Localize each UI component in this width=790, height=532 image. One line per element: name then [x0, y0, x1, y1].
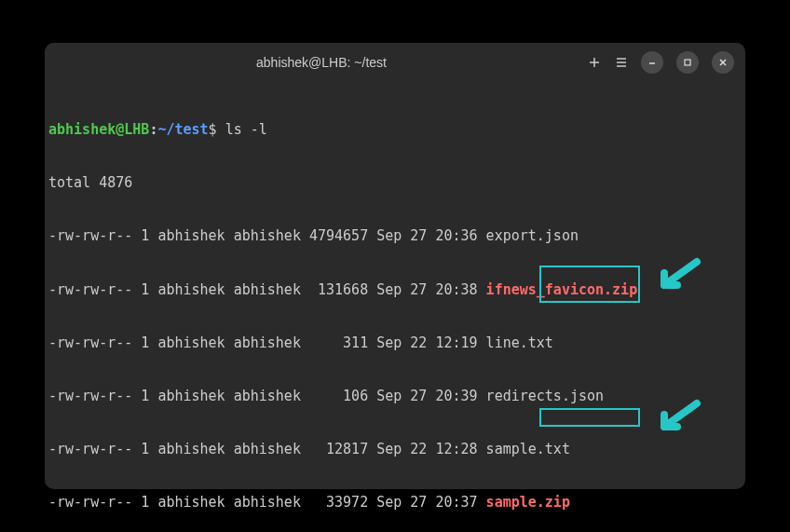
- maximize-button[interactable]: [676, 51, 699, 74]
- annotation-arrow-icon: [655, 399, 701, 436]
- prompt-host: LHB: [124, 121, 149, 138]
- filename: export.json: [486, 227, 579, 244]
- filename-archive: ifnews_favicon.zip: [486, 281, 638, 298]
- prompt-user: abhishek: [48, 121, 116, 138]
- output-line: -rw-rw-r-- 1 abhishek abhishek 131668 Se…: [45, 281, 745, 299]
- new-tab-icon[interactable]: [587, 55, 602, 70]
- filename: sample.txt: [486, 441, 570, 457]
- terminal-window: abhishek@LHB: ~/test abhishek@LHB:~/test…: [45, 43, 745, 489]
- prompt-at: @: [116, 121, 124, 138]
- output-line: -rw-rw-r-- 1 abhishek abhishek 4794657 S…: [45, 227, 745, 245]
- output-line: -rw-rw-r-- 1 abhishek abhishek 106 Sep 2…: [45, 388, 745, 405]
- filename: line.txt: [486, 334, 553, 351]
- terminal-body[interactable]: abhishek@LHB:~/test$ ls -l total 4876 -r…: [45, 82, 745, 532]
- output-line: -rw-rw-r-- 1 abhishek abhishek 311 Sep 2…: [45, 334, 745, 352]
- output-line: -rw-rw-r-- 1 abhishek abhishek 33972 Sep…: [45, 494, 745, 512]
- minimize-button[interactable]: [641, 51, 663, 74]
- prompt-dollar: $: [209, 121, 217, 138]
- prompt-path: /test: [166, 121, 208, 138]
- titlebar: abhishek@LHB: ~/test: [45, 43, 745, 82]
- svg-rect-0: [685, 60, 690, 65]
- window-title: abhishek@LHB: ~/test: [56, 55, 587, 70]
- prompt-line: abhishek@LHB:~/test$ ls -l: [45, 121, 745, 139]
- titlebar-controls: [587, 51, 734, 74]
- filename-archive: sample.zip: [486, 494, 570, 511]
- command-text: ls -l: [217, 121, 267, 138]
- annotation-box-hiddenfile: [539, 408, 640, 427]
- close-button[interactable]: [712, 51, 734, 74]
- filename: redirects.json: [486, 388, 604, 404]
- output-line: total 4876: [45, 174, 745, 192]
- menu-icon[interactable]: [615, 56, 628, 69]
- output-line: -rw-rw-r-- 1 abhishek abhishek 12817 Sep…: [45, 441, 745, 458]
